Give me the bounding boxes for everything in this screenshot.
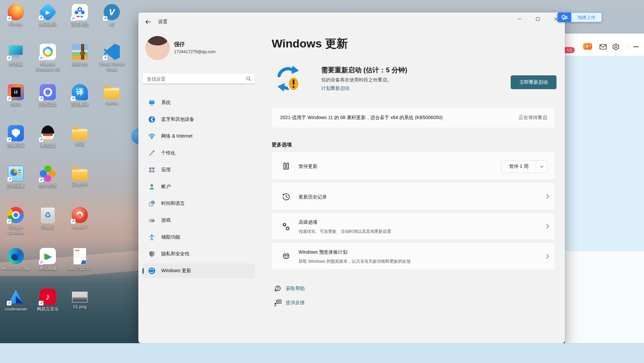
coin-badge[interactable]: 5元	[565, 47, 575, 53]
desktop-icon-software-manager[interactable]: ↗ 软件管理	[33, 166, 63, 189]
desktop-icon-tencent-ketang[interactable]: ▶ ↗ 腾讯课堂	[33, 4, 63, 27]
desktop-icon-label: 阿里云盘	[33, 102, 63, 107]
netdisk-upload-widget[interactable]: 拖拽上传	[557, 12, 602, 22]
desktop-icon-chrome[interactable]: ↗ Google Chrome	[1, 207, 31, 235]
desktop-icon-netease-music[interactable]: ♪ ↗ 网易云音乐	[33, 289, 63, 312]
folder-icon	[72, 169, 88, 180]
get-help-link[interactable]: ? 获取帮助	[274, 285, 305, 293]
pause-duration-select[interactable]: 暂停 1 周	[501, 160, 547, 173]
desktop-icon-idea[interactable]: ↗ IDEA	[1, 84, 31, 107]
back-button[interactable]	[142, 16, 153, 27]
maximize-button[interactable]	[529, 12, 547, 25]
desktop-icon-label: 回收站	[33, 225, 63, 230]
minimize-button[interactable]	[510, 12, 529, 25]
desktop-icon-vscode[interactable]: ↗ Visual Studio Code	[97, 44, 127, 72]
sidebar-item-accessibility[interactable]: 辅助功能	[142, 230, 255, 245]
desktop-icon-image-file[interactable]: 01.png	[65, 289, 95, 310]
search-input[interactable]	[146, 74, 242, 83]
desktop-icon-label: Navicat Premium 15	[33, 62, 63, 72]
insider-program-title: Windows 预览体验计划	[299, 249, 347, 255]
restart-now-button[interactable]: 立即重新启动	[511, 75, 556, 89]
insider-program-subtitle: 获取 Windows 的预览版本，以共享有关新功能和更新的反馈	[299, 259, 411, 264]
baidu-netdisk-icon: ↗	[72, 4, 88, 20]
sidebar-item-windows-update[interactable]: Windows 更新	[142, 263, 255, 278]
desktop-icon-label: 控制面板	[1, 183, 31, 189]
desktop-icon-label: 开发API	[65, 182, 95, 187]
wifi-icon	[148, 133, 156, 140]
update-history-row[interactable]: 更新历史记录	[272, 182, 555, 210]
ninja-cat-icon	[282, 252, 291, 261]
sidebar-item-privacy[interactable]: 隐私和安全性	[142, 247, 255, 261]
pending-update-row[interactable]: 2021-适用于 Windows 11 的 08 累积更新，适合基于 x64 的…	[272, 107, 555, 128]
desktop-icon-this-pc[interactable]: ↗ 此电脑	[1, 44, 31, 67]
shortcut-arrow-icon: ↗	[7, 301, 11, 305]
desktop-icon-label: 腾讯视频	[33, 266, 63, 271]
shortcut-arrow-icon: ↗	[39, 96, 43, 101]
sidebar-item-accounts[interactable]: 帐户	[142, 179, 255, 194]
image-thumbnail-icon	[72, 292, 88, 302]
background-window-toolbar: 5元	[565, 34, 644, 56]
sidebar-item-label: 隐私和安全性	[161, 251, 190, 257]
desktop-icon-api-folder[interactable]: 开发API	[65, 166, 95, 187]
sidebar-item-label: 应用	[161, 167, 171, 173]
avatar[interactable]	[145, 36, 170, 60]
software-manager-icon: ↗	[40, 166, 56, 182]
pause-duration-dropdown[interactable]	[536, 160, 547, 173]
shortcut-arrow-icon: ↗	[71, 16, 75, 21]
sidebar-item-label: 系统	[161, 100, 171, 106]
game-center-icon[interactable]	[583, 43, 592, 50]
desktop-icon-baidu-netdisk[interactable]: ↗ 百度网盘	[65, 4, 95, 27]
desktop-icon-control-panel[interactable]: ↗ 控制面板	[1, 166, 31, 189]
desktop-icon-zip-file[interactable]: 推特.zip	[65, 44, 95, 67]
desktop-icon-tencent-video[interactable]: ▶ ↗ 腾讯视频	[33, 248, 63, 271]
search-box[interactable]	[142, 73, 255, 84]
user-email: 1724417279@qq.com	[174, 49, 215, 54]
desktop-icon-theme-folder[interactable]: theme	[97, 84, 127, 106]
desktop-icon-xshell[interactable]: ↗ Xshell 7	[65, 207, 95, 230]
firefox-icon: ↗	[8, 4, 24, 20]
sidebar-item-gaming[interactable]: 游戏	[142, 213, 255, 228]
desktop-icon-notes-folder[interactable]: 笔记	[65, 125, 95, 147]
desktop-icon-label: IDEA	[1, 102, 31, 107]
feedback-icon	[274, 299, 282, 307]
sidebar-item-bluetooth[interactable]: 蓝牙和其他设备	[142, 112, 255, 127]
desktop-icon-label: 网易云音乐	[33, 306, 63, 312]
schedule-restart-link[interactable]: 计划重新启动	[321, 85, 349, 92]
desktop-icon-edge[interactable]: Microsoft Edge	[1, 248, 31, 271]
minimize-icon[interactable]	[633, 46, 639, 47]
desktop-icon-v2[interactable]: V ↗ v2	[97, 4, 127, 27]
desktop-icon-firefox[interactable]: ↗ Firefox	[1, 4, 31, 27]
sidebar-item-label: 辅助功能	[161, 234, 180, 240]
desktop-icon-label: theme	[97, 101, 127, 106]
desktop-icon-navicat[interactable]: ↗ Navicat Premium 15	[33, 44, 63, 72]
desktop-icon-pc-manager[interactable]: ↗ 电脑管家	[1, 125, 31, 148]
system-icon	[148, 99, 156, 106]
sidebar-item-apps[interactable]: 应用	[142, 162, 255, 177]
settings-hex-icon[interactable]	[612, 43, 619, 51]
desktop-icon-label: cosbrowser	[1, 306, 31, 312]
shortcut-arrow-icon: ↗	[39, 15, 43, 20]
this-pc-icon: ↗	[8, 44, 24, 60]
pause-duration-value: 暂停 1 周	[502, 160, 536, 173]
desktop-icon-aliyun-drive[interactable]: ↗ 阿里云盘	[33, 84, 63, 107]
desktop-icon-document[interactable]: 36527DD3...	[65, 248, 95, 271]
desktop-icon-label: 电脑管家	[1, 143, 31, 148]
user-name: 强仔	[174, 41, 185, 48]
shortcut-arrow-icon: ↗	[39, 178, 43, 182]
sidebar-item-personalization[interactable]: 个性化	[142, 146, 255, 160]
mail-icon[interactable]	[600, 44, 607, 51]
sidebar-item-network[interactable]: 网络 & Internet	[142, 129, 255, 144]
sidebar-item-system[interactable]: 系统	[142, 95, 255, 110]
svg-text:?: ?	[277, 287, 279, 290]
desktop-icon-recycle-bin[interactable]: ♻ 回收站	[33, 207, 63, 230]
give-feedback-link[interactable]: 提供反馈	[274, 299, 305, 307]
drag-upload-label: 拖拽上传	[571, 12, 602, 22]
desktop-icon-tencent-qq[interactable]: ↗ 腾讯QQ	[33, 125, 63, 148]
desktop-icon-baidu-fanyi[interactable]: 译 ↗ 百度翻译	[65, 84, 95, 107]
search-icon[interactable]	[246, 76, 251, 81]
sidebar-item-time-language[interactable]: 时间和语言	[142, 196, 255, 211]
desktop-icon-label: 01.png	[65, 304, 95, 310]
insider-program-row[interactable]: Windows 预览体验计划 获取 Windows 的预览版本，以共享有关新功能…	[272, 242, 555, 270]
desktop-icon-cosbrowser[interactable]: ↗ cosbrowser	[1, 289, 31, 312]
advanced-options-row[interactable]: 高级选项 传递优化、可选更新、活动时间以及其他更新设置	[272, 213, 555, 240]
